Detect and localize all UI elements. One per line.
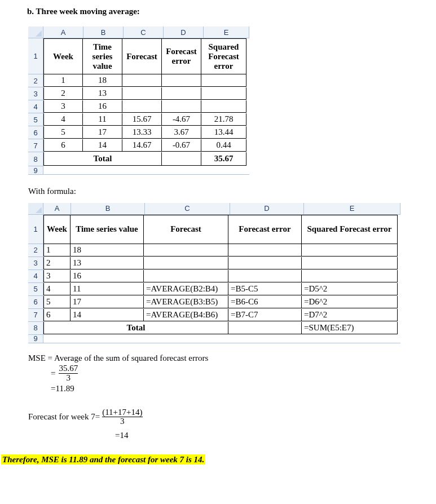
table-cell[interactable]: 17 bbox=[71, 296, 144, 308]
table-cell[interactable] bbox=[162, 74, 201, 87]
table-cell[interactable]: -4.67 bbox=[162, 113, 201, 126]
table-cell[interactable]: 16 bbox=[71, 270, 144, 282]
table-cell[interactable]: 13 bbox=[83, 87, 122, 100]
row-header[interactable]: 7 bbox=[28, 139, 43, 152]
forecast7-numerator: (11+17+14) bbox=[102, 408, 142, 417]
row-header[interactable]: 2 bbox=[28, 74, 43, 87]
table-cell[interactable]: =B7-C7 bbox=[228, 309, 302, 321]
table-cell[interactable] bbox=[302, 257, 398, 269]
table-cell[interactable] bbox=[302, 270, 398, 282]
table-cell[interactable]: 0.44 bbox=[201, 139, 246, 152]
col-header-a[interactable]: A bbox=[43, 26, 83, 38]
table-cell[interactable] bbox=[144, 270, 228, 282]
row-header[interactable]: 1 bbox=[28, 38, 43, 74]
table-cell[interactable]: =AVERAGE(B4:B6) bbox=[144, 309, 228, 321]
table-cell[interactable]: 2 bbox=[43, 87, 83, 100]
table-cell[interactable]: 21.78 bbox=[201, 113, 246, 126]
table-cell[interactable] bbox=[122, 87, 162, 100]
table-cell[interactable]: 5 bbox=[43, 296, 71, 308]
header-ts: Time series value bbox=[83, 38, 122, 74]
row-header[interactable]: 2 bbox=[28, 244, 43, 257]
row-header[interactable]: 3 bbox=[28, 87, 43, 100]
table-cell[interactable]: 14 bbox=[71, 309, 144, 321]
table-cell[interactable]: 13 bbox=[71, 257, 144, 269]
table-cell[interactable] bbox=[228, 257, 302, 269]
table-cell[interactable]: 11 bbox=[83, 113, 122, 126]
table-cell[interactable]: 2 bbox=[43, 257, 71, 269]
total-blank bbox=[162, 152, 201, 166]
table-cell[interactable]: 14 bbox=[83, 139, 122, 152]
table-cell[interactable] bbox=[122, 100, 162, 113]
with-formula-label: With formula: bbox=[28, 187, 436, 196]
table-cell[interactable]: 5 bbox=[43, 126, 83, 139]
row-header[interactable]: 6 bbox=[28, 296, 43, 309]
table-cell[interactable] bbox=[201, 100, 246, 113]
table-cell[interactable] bbox=[201, 74, 246, 87]
row-header[interactable]: 9 bbox=[28, 166, 43, 174]
table-cell[interactable]: 4 bbox=[43, 283, 71, 295]
mse-numerator: 35.67 bbox=[59, 364, 78, 373]
table-cell[interactable]: 6 bbox=[43, 309, 71, 321]
table-cell[interactable] bbox=[228, 270, 302, 282]
table-cell[interactable]: 1 bbox=[43, 244, 71, 257]
select-all-corner[interactable] bbox=[28, 26, 43, 38]
row-header[interactable]: 5 bbox=[28, 283, 43, 296]
table-cell[interactable] bbox=[201, 87, 246, 100]
table-cell[interactable]: 6 bbox=[43, 139, 83, 152]
table-cell[interactable]: 13.33 bbox=[122, 126, 162, 139]
table-cell[interactable]: 18 bbox=[71, 244, 144, 257]
col-header-c[interactable]: C bbox=[124, 26, 164, 38]
col-header-e[interactable]: E bbox=[304, 203, 400, 215]
table-cell[interactable] bbox=[228, 244, 302, 257]
table-cell[interactable]: =D5^2 bbox=[302, 283, 398, 295]
row-header[interactable]: 4 bbox=[28, 100, 43, 113]
col-header-b[interactable]: B bbox=[71, 203, 145, 215]
col-header-d[interactable]: D bbox=[230, 203, 304, 215]
table-cell[interactable] bbox=[302, 244, 398, 257]
table-cell[interactable] bbox=[162, 87, 201, 100]
col-header-c[interactable]: C bbox=[145, 203, 230, 215]
mse-result: =11.89 bbox=[51, 384, 436, 394]
table-cell[interactable]: 3 bbox=[43, 270, 71, 282]
table-cell[interactable]: =B6-C6 bbox=[228, 296, 302, 308]
row-header[interactable]: 5 bbox=[28, 113, 43, 126]
table-cell[interactable]: 18 bbox=[83, 74, 122, 87]
table-cell[interactable]: -0.67 bbox=[162, 139, 201, 152]
col-header-b[interactable]: B bbox=[83, 26, 124, 38]
table-cell[interactable] bbox=[144, 257, 228, 269]
table-cell[interactable]: =D6^2 bbox=[302, 296, 398, 308]
table-cell[interactable] bbox=[162, 100, 201, 113]
row-header[interactable]: 8 bbox=[28, 322, 43, 335]
table-cell[interactable]: 4 bbox=[43, 113, 83, 126]
table-cell[interactable]: 13.44 bbox=[201, 126, 246, 139]
row-header[interactable]: 6 bbox=[28, 126, 43, 139]
table-cell[interactable]: 3.67 bbox=[162, 126, 201, 139]
table-cell[interactable] bbox=[144, 244, 228, 257]
col-header-a[interactable]: A bbox=[43, 203, 71, 215]
row-header[interactable]: 3 bbox=[28, 257, 43, 270]
total-value: 35.67 bbox=[201, 152, 246, 166]
row-header[interactable]: 7 bbox=[28, 309, 43, 322]
row-header[interactable]: 9 bbox=[28, 335, 43, 343]
table-cell[interactable]: =AVERAGE(B2:B4) bbox=[144, 283, 228, 295]
table-cell[interactable] bbox=[122, 74, 162, 87]
table-cell[interactable]: =D7^2 bbox=[302, 309, 398, 321]
row-header[interactable]: 8 bbox=[28, 152, 43, 166]
table-cell[interactable]: 15.67 bbox=[122, 113, 162, 126]
table-cell[interactable]: =AVERAGE(B3:B5) bbox=[144, 296, 228, 308]
conclusion: Therefore, MSE is 11.89 and the forecast… bbox=[1, 454, 205, 465]
table-cell[interactable]: 1 bbox=[43, 74, 83, 87]
table-cell[interactable]: 16 bbox=[83, 100, 122, 113]
select-all-corner[interactable] bbox=[28, 203, 43, 215]
col-header-e[interactable]: E bbox=[204, 26, 249, 38]
row-header[interactable]: 1 bbox=[28, 215, 43, 244]
table-cell[interactable]: 11 bbox=[71, 283, 144, 295]
table-cell[interactable]: 17 bbox=[83, 126, 122, 139]
table-cell[interactable]: =B5-C5 bbox=[228, 283, 302, 295]
header-sfe: Squared Forecast error bbox=[201, 38, 246, 74]
col-header-d[interactable]: D bbox=[164, 26, 204, 38]
table-cell[interactable]: 14.67 bbox=[122, 139, 162, 152]
table-cell[interactable]: 3 bbox=[43, 100, 83, 113]
row-header[interactable]: 4 bbox=[28, 270, 43, 283]
mse-denominator: 3 bbox=[59, 373, 78, 383]
